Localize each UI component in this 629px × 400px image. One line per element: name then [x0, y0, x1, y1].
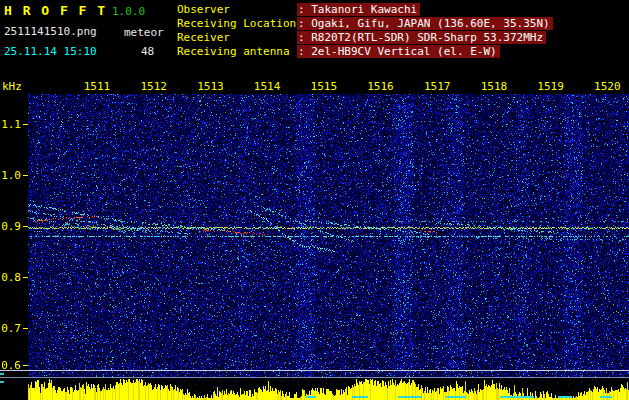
spectrogram-bottom-line	[0, 370, 629, 371]
echo-count-label: 48	[141, 45, 154, 58]
time-tick-label: 1520	[594, 80, 621, 93]
info-label: Receiver	[177, 31, 297, 44]
time-tick-label: 1516	[367, 80, 394, 93]
output-filename: 2511141510.png	[4, 25, 97, 38]
hrofft-output: H R O F F T 1.0.0 2511141510.png meteor …	[0, 0, 629, 400]
signal-level-canvas	[28, 378, 629, 400]
time-tick-label: 1515	[311, 80, 338, 93]
info-value: : 2el-HB9CV Vertical (el. E-W)	[297, 45, 500, 58]
app-version: 1.0.0	[112, 5, 145, 18]
time-tick-label: 1513	[197, 80, 224, 93]
time-tick-label: 1519	[537, 80, 564, 93]
freq-unit-label: kHz	[2, 80, 22, 93]
freq-tick-mark	[23, 277, 28, 278]
mode-label: meteor	[124, 26, 164, 39]
info-row: Observer: Takanori Kawachi	[177, 3, 553, 16]
signal-scale-tick	[0, 373, 4, 375]
info-label: Receiving Location	[177, 17, 297, 30]
spectrogram-canvas	[28, 94, 629, 377]
timestamp-label: 25.11.14 15:10	[4, 45, 97, 58]
time-tick-label: 1517	[424, 80, 451, 93]
info-row: Receiver: R820T2(RTL-SDR) SDR-Sharp 53.3…	[177, 31, 553, 44]
time-tick-label: 1518	[481, 80, 508, 93]
freq-tick-label: 0.7	[0, 322, 21, 335]
freq-tick-label: 0.6	[0, 359, 21, 372]
station-info: Observer: Takanori KawachiReceiving Loca…	[177, 3, 553, 59]
info-value: : Takanori Kawachi	[297, 3, 420, 16]
signal-scale-tick	[0, 381, 4, 383]
freq-tick-label: 1.1	[0, 118, 21, 131]
info-value: : R820T2(RTL-SDR) SDR-Sharp 53.372MHz	[297, 31, 546, 44]
time-tick-label: 1512	[140, 80, 167, 93]
freq-tick-label: 0.9	[0, 220, 21, 233]
info-label: Observer	[177, 3, 297, 16]
info-row: Receiving Location: Ogaki, Gifu, JAPAN (…	[177, 17, 553, 30]
info-row: Receiving antenna: 2el-HB9CV Vertical (e…	[177, 45, 553, 58]
freq-tick-mark	[23, 124, 28, 125]
freq-tick-mark	[23, 365, 28, 366]
info-label: Receiving antenna	[177, 45, 297, 58]
app-title: H R O F F T	[4, 3, 107, 18]
signal-strip-top-line	[0, 377, 629, 378]
freq-tick-label: 0.8	[0, 271, 21, 284]
freq-tick-mark	[23, 175, 28, 176]
info-value: : Ogaki, Gifu, JAPAN (136.60E, 35.35N)	[297, 17, 553, 30]
freq-tick-mark	[23, 226, 28, 227]
time-tick-label: 1514	[254, 80, 281, 93]
time-tick-label: 1511	[84, 80, 111, 93]
freq-tick-mark	[23, 328, 28, 329]
freq-tick-label: 1.0	[0, 169, 21, 182]
